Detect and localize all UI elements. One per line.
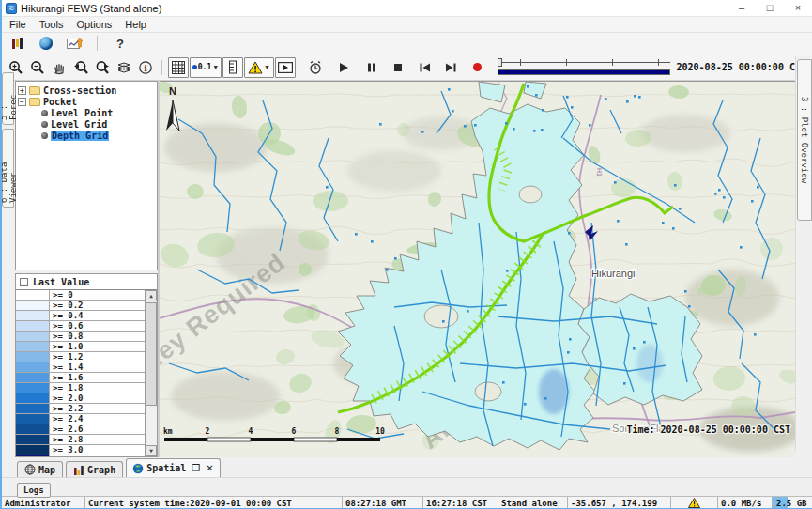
close-button[interactable]: × — [784, 0, 812, 16]
legend-row[interactable]: >= 0.4 — [16, 311, 145, 321]
logs-button[interactable]: Logs — [17, 483, 51, 498]
legend-row[interactable]: >= 3.2 — [16, 455, 145, 456]
legend-swatch — [16, 373, 50, 382]
tab-forecast[interactable]: 5 : Forec — [2, 72, 14, 125]
grid-display-button[interactable] — [168, 57, 189, 78]
time-slider[interactable] — [498, 58, 670, 77]
scale-gauge-button[interactable] — [222, 57, 243, 78]
map-toolbar: i 0.1 ▼ ▼ — [2, 54, 812, 81]
map-canvas[interactable]: API Key Required API Key Required — [160, 82, 795, 457]
legend-scrollbar[interactable]: ▲ ▼ — [145, 290, 157, 456]
tab-maximize-icon[interactable]: ❐ — [192, 463, 200, 473]
pause-icon[interactable] — [361, 57, 382, 78]
legend-row[interactable]: >= 1.8 — [16, 383, 145, 393]
maximize-button[interactable]: □ — [756, 0, 784, 16]
animation-display-button[interactable] — [275, 57, 296, 78]
current-time-label: 2020-08-25 00:00:00 CST — [677, 62, 806, 72]
tab-map[interactable]: Map — [17, 461, 63, 477]
status-warning-cell[interactable] — [670, 497, 717, 509]
tree-item-level-point[interactable]: Level Point — [18, 107, 157, 118]
expand-icon[interactable]: + — [18, 86, 26, 95]
tab-data-viewer[interactable]: 6 : Data Viewer — [2, 129, 14, 208]
help-button[interactable]: ? — [110, 33, 130, 54]
legend-label: >= 0.2 — [50, 301, 84, 310]
status-network-rate: 0.0 MB/s — [717, 497, 772, 509]
warning-icon — [688, 498, 700, 508]
legend-header: Last Value — [16, 274, 157, 289]
window-title: Hikurangi FEWS (Stand alone) — [21, 3, 728, 14]
legend-row[interactable]: >= 0.8 — [16, 332, 145, 342]
main-area: 5 : Forec 6 : Data Viewer + Cross-sectio… — [2, 81, 795, 457]
tree-item-level-grid[interactable]: Level Grid — [18, 118, 157, 130]
zoom-out-icon[interactable] — [27, 57, 48, 78]
legend-row[interactable]: >= 3.0 — [16, 445, 145, 455]
legend-row[interactable]: >= 1.0 — [16, 342, 145, 352]
legend-swatch — [16, 455, 50, 456]
step-forward-icon[interactable] — [440, 57, 461, 78]
classbreak-threshold-dropdown[interactable]: 0.1 ▼ — [190, 57, 222, 78]
tab-graph-label: Graph — [87, 465, 115, 475]
record-icon[interactable] — [467, 57, 487, 78]
zoom-next-icon[interactable] — [92, 57, 113, 78]
minimize-button[interactable]: – — [728, 0, 756, 16]
legend-row[interactable]: >= 1.6 — [16, 373, 145, 383]
scroll-up-icon[interactable]: ▲ — [146, 290, 157, 301]
tree-item-depth-grid[interactable]: Depth Grid — [18, 130, 157, 141]
zoom-previous-icon[interactable] — [70, 57, 91, 78]
last-value-checkbox[interactable] — [20, 278, 28, 286]
step-back-icon[interactable] — [414, 57, 435, 78]
menu-tools[interactable]: Tools — [39, 19, 64, 30]
tab-plot-overview[interactable]: 3 : Plot Overview — [797, 59, 812, 221]
legend-row[interactable]: >= 2.0 — [16, 393, 145, 404]
stop-icon[interactable] — [388, 57, 408, 78]
legend-label: >= 0.4 — [50, 311, 84, 320]
map-time-label: Time: 2020-08-25 00:00:00 CST — [626, 424, 790, 435]
animation-settings-icon[interactable] — [305, 57, 326, 78]
menu-help[interactable]: Help — [125, 19, 146, 30]
tab-spatial[interactable]: Spatial ❐ ✕ — [126, 458, 221, 477]
map-view[interactable]: API Key Required API Key Required — [160, 81, 795, 457]
legend-label: >= 2.0 — [50, 393, 84, 403]
time-availability-bar — [498, 69, 670, 75]
forecast-dialog-icon[interactable] — [64, 33, 84, 54]
layers-icon[interactable] — [114, 57, 134, 78]
logs-row: Logs — [2, 477, 812, 496]
status-coordinates: -35.657 , 174.199 — [567, 497, 670, 509]
legend-row[interactable]: >= 0.6 — [16, 321, 145, 332]
bottom-tab-bar: Map Graph Spatial ❐ ✕ — [2, 457, 812, 477]
legend-row[interactable]: >= 0 — [16, 290, 145, 301]
threshold-value: 0.1 — [198, 63, 211, 71]
legend-row[interactable]: >= 2.2 — [16, 404, 145, 414]
legend-row[interactable]: >= 2.8 — [16, 435, 145, 445]
legend-row[interactable]: >= 2.6 — [16, 424, 145, 435]
scroll-thumb[interactable] — [146, 302, 157, 406]
warning-threshold-dropdown[interactable]: ▼ — [244, 57, 274, 78]
scroll-track[interactable] — [146, 301, 157, 445]
town-label: Hikurangi — [591, 268, 635, 279]
legend-row[interactable]: >= 1.2 — [16, 352, 145, 362]
tab-close-icon[interactable]: ✕ — [206, 463, 213, 473]
time-slider-handle[interactable] — [498, 58, 502, 67]
legend-label: >= 1.0 — [50, 342, 84, 351]
legend-row[interactable]: >= 1.4 — [16, 362, 145, 373]
status-local-time: 16:27:18 CST — [422, 497, 498, 509]
deep-water-patch — [539, 369, 569, 414]
tree-item-pocket[interactable]: − Pocket — [18, 96, 157, 107]
legend-row[interactable]: >= 2.4 — [16, 414, 145, 424]
legend-row[interactable]: >= 0.2 — [16, 301, 145, 311]
scroll-down-icon[interactable]: ▼ — [146, 445, 157, 456]
menu-options[interactable]: Options — [76, 19, 112, 30]
timeseries-display-icon[interactable] — [8, 33, 28, 54]
status-user: Administrator — [2, 497, 84, 509]
info-icon[interactable]: i — [135, 57, 156, 78]
collapse-icon[interactable]: − — [18, 98, 26, 106]
tab-graph[interactable]: Graph — [66, 461, 123, 477]
spatial-display-icon[interactable] — [36, 33, 56, 54]
tree-item-cross-section[interactable]: + Cross-section — [18, 85, 157, 96]
play-icon[interactable] — [333, 57, 354, 78]
legend-swatch — [16, 332, 50, 341]
menu-file[interactable]: File — [9, 19, 26, 30]
status-mode: Stand alone — [498, 497, 567, 509]
pan-hand-icon[interactable] — [49, 57, 69, 78]
last-value-label: Last Value — [33, 277, 89, 287]
